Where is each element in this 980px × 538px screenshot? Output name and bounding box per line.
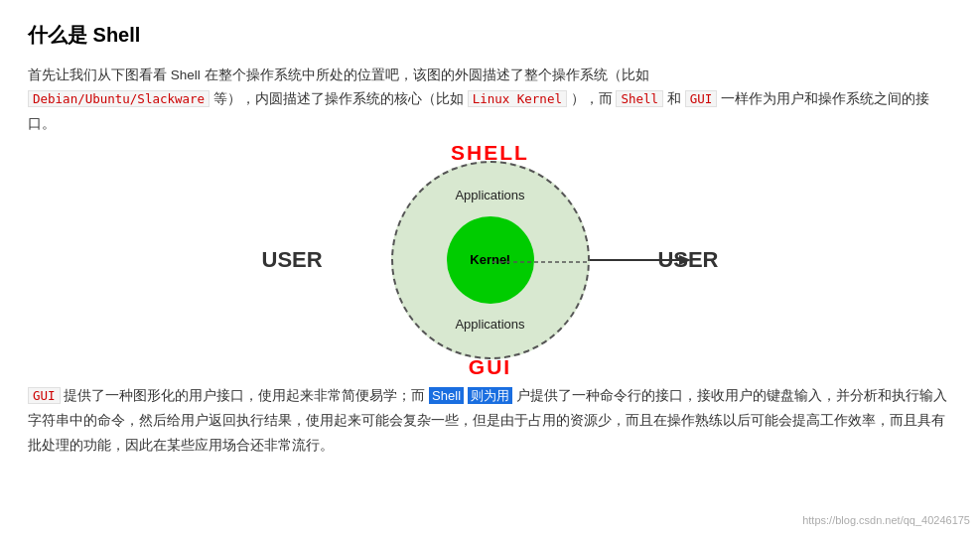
- bottom-text1: 提供了一种图形化的用户接口，使用起来非常简便易学；而: [64, 388, 425, 403]
- code-gui-inline: GUI: [685, 90, 718, 107]
- page-title: 什么是 Shell: [28, 18, 952, 52]
- intro-line2: 等），内圆描述了操作系统的核心（比如: [213, 91, 468, 106]
- code-gui-bottom: GUI: [28, 387, 61, 404]
- intro-line3: ），而: [571, 91, 617, 106]
- user-left-label: USER: [262, 247, 323, 272]
- bottom-paragraph: GUI 提供了一种图形化的用户接口，使用起来非常简便易学；而 Shell 则为用…: [28, 384, 952, 459]
- shell-highlight: Shell: [429, 387, 464, 404]
- code-shell-inline: Shell: [616, 90, 663, 107]
- diagram-container: USER SHELL Applications Applications GUI…: [28, 146, 952, 374]
- code-linux-kernel: Linux Kernel: [468, 90, 567, 107]
- intro-line4: 和: [667, 91, 685, 106]
- dashed-line-svg: [393, 163, 588, 357]
- intro-line1: 首先让我们从下图看看 Shell 在整个操作系统中所处的位置吧，该图的外圆描述了…: [28, 67, 649, 82]
- watermark: https://blog.csdn.net/qq_40246175: [802, 511, 970, 530]
- shell-title-word: Shell: [93, 24, 141, 46]
- code-debian: Debian/Ubuntu/Slackware: [28, 90, 210, 107]
- then-highlight: 则为用: [468, 387, 512, 404]
- user-right-label: USER: [657, 247, 718, 272]
- intro-paragraph: 首先让我们从下图看看 Shell 在整个操作系统中所处的位置吧，该图的外圆描述了…: [28, 64, 952, 136]
